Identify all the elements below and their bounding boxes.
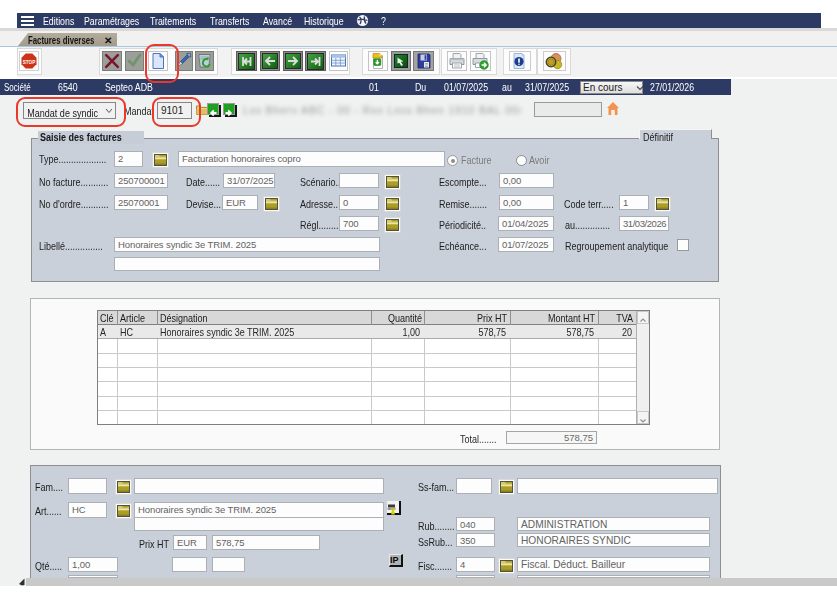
svg-text:STOP: STOP [23,60,35,65]
